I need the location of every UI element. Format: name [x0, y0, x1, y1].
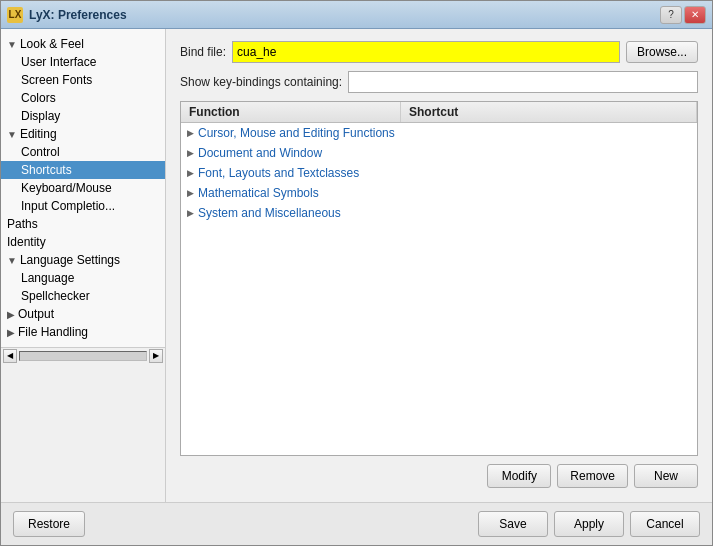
sidebar: ▼ Look & Feel User Interface Screen Font… — [1, 29, 166, 347]
row-expand-icon: ▶ — [187, 168, 194, 178]
expand-icon-file-handling: ▶ — [7, 327, 15, 338]
keybindings-filter-input[interactable] — [348, 71, 698, 93]
sidebar-item-look-feel[interactable]: ▼ Look & Feel — [1, 35, 165, 53]
row-expand-icon: ▶ — [187, 188, 194, 198]
bind-file-row: Bind file: Browse... — [180, 41, 698, 63]
new-button[interactable]: New — [634, 464, 698, 488]
table-row[interactable]: ▶ Document and Window — [181, 143, 697, 163]
content-area: ▼ Look & Feel User Interface Screen Font… — [1, 29, 712, 502]
save-button[interactable]: Save — [478, 511, 548, 537]
expand-icon-output: ▶ — [7, 309, 15, 320]
remove-button[interactable]: Remove — [557, 464, 628, 488]
scroll-right-btn[interactable]: ▶ — [149, 349, 163, 363]
row-expand-icon: ▶ — [187, 148, 194, 158]
sidebar-item-control[interactable]: Control — [1, 143, 165, 161]
sidebar-item-editing[interactable]: ▼ Editing — [1, 125, 165, 143]
sidebar-scrollbar[interactable]: ◀ ▶ — [1, 347, 165, 363]
row-expand-icon: ▶ — [187, 208, 194, 218]
browse-button[interactable]: Browse... — [626, 41, 698, 63]
close-button[interactable]: ✕ — [684, 6, 706, 24]
expand-icon-editing: ▼ — [7, 129, 17, 140]
sidebar-item-spellchecker[interactable]: Spellchecker — [1, 287, 165, 305]
main-panel: Bind file: Browse... Show key-bindings c… — [166, 29, 712, 502]
table-row[interactable]: ▶ Font, Layouts and Textclasses — [181, 163, 697, 183]
bottom-left: Restore — [13, 511, 85, 537]
table-row[interactable]: ▶ Cursor, Mouse and Editing Functions — [181, 123, 697, 143]
sidebar-item-input-completion[interactable]: Input Completio... — [1, 197, 165, 215]
sidebar-item-screen-fonts[interactable]: Screen Fonts — [1, 71, 165, 89]
window-title: LyX: Preferences — [29, 8, 660, 22]
sidebar-wrapper: ▼ Look & Feel User Interface Screen Font… — [1, 29, 166, 502]
preferences-window: LX LyX: Preferences ? ✕ ▼ Look & Feel Us… — [0, 0, 713, 546]
show-keybindings-row: Show key-bindings containing: — [180, 71, 698, 93]
titlebar: LX LyX: Preferences ? ✕ — [1, 1, 712, 29]
apply-button[interactable]: Apply — [554, 511, 624, 537]
sidebar-item-user-interface[interactable]: User Interface — [1, 53, 165, 71]
shortcuts-table: Function Shortcut ▶ Cursor, Mouse and Ed… — [180, 101, 698, 456]
expand-icon-look-feel: ▼ — [7, 39, 17, 50]
function-column-header: Function — [181, 102, 401, 122]
show-keybindings-label: Show key-bindings containing: — [180, 75, 342, 89]
action-buttons: Modify Remove New — [180, 464, 698, 488]
sidebar-item-shortcuts[interactable]: Shortcuts — [1, 161, 165, 179]
scroll-track[interactable] — [19, 351, 147, 361]
sidebar-item-language[interactable]: Language — [1, 269, 165, 287]
restore-button[interactable]: Restore — [13, 511, 85, 537]
shortcut-column-header: Shortcut — [401, 102, 697, 122]
table-row[interactable]: ▶ Mathematical Symbols — [181, 183, 697, 203]
help-button[interactable]: ? — [660, 6, 682, 24]
app-icon: LX — [7, 7, 23, 23]
sidebar-item-keyboard-mouse[interactable]: Keyboard/Mouse — [1, 179, 165, 197]
modify-button[interactable]: Modify — [487, 464, 551, 488]
sidebar-item-output[interactable]: ▶ Output — [1, 305, 165, 323]
sidebar-item-paths[interactable]: Paths — [1, 215, 165, 233]
sidebar-item-language-settings[interactable]: ▼ Language Settings — [1, 251, 165, 269]
sidebar-item-file-handling[interactable]: ▶ File Handling — [1, 323, 165, 341]
titlebar-buttons: ? ✕ — [660, 6, 706, 24]
sidebar-item-display[interactable]: Display — [1, 107, 165, 125]
scroll-left-btn[interactable]: ◀ — [3, 349, 17, 363]
table-header: Function Shortcut — [181, 102, 697, 123]
table-row[interactable]: ▶ System and Miscellaneous — [181, 203, 697, 223]
expand-icon-language-settings: ▼ — [7, 255, 17, 266]
bottom-bar: Restore Save Apply Cancel — [1, 502, 712, 545]
bind-file-label: Bind file: — [180, 45, 226, 59]
bind-file-input[interactable] — [232, 41, 620, 63]
sidebar-item-colors[interactable]: Colors — [1, 89, 165, 107]
bottom-right: Save Apply Cancel — [478, 511, 700, 537]
row-expand-icon: ▶ — [187, 128, 194, 138]
cancel-button[interactable]: Cancel — [630, 511, 700, 537]
sidebar-item-identity[interactable]: Identity — [1, 233, 165, 251]
